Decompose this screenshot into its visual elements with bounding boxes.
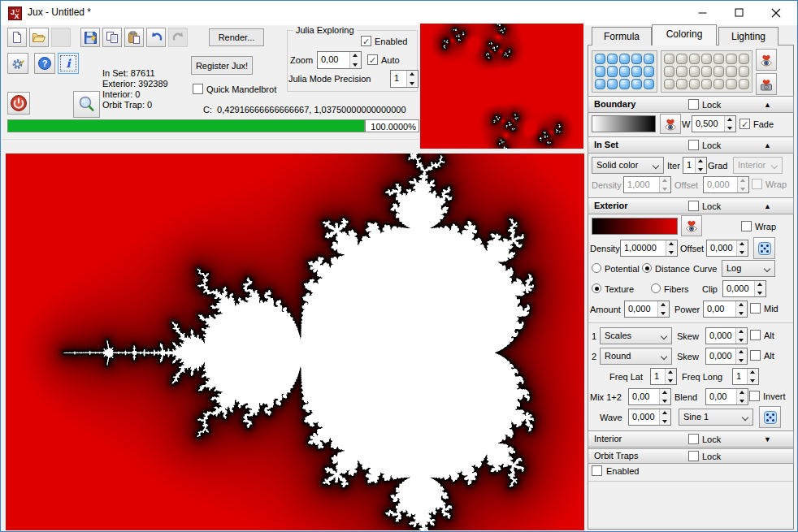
spin-buttons[interactable] (735, 328, 747, 344)
exterior-amount-value[interactable]: 0,000 (625, 301, 657, 317)
orbit-traps-enabled-checkbox[interactable] (592, 465, 602, 476)
collapse-arrow-icon[interactable]: ▲ (764, 141, 771, 150)
boundary-w-value[interactable]: 0,500 (692, 116, 724, 132)
boundary-gradient-edit-button[interactable] (660, 114, 681, 134)
exterior-offset-value[interactable]: 0,000 (707, 240, 736, 256)
texture1-alt-checkbox[interactable] (750, 330, 761, 340)
exterior-offset-spinner[interactable]: 0,000 (706, 240, 748, 257)
texture1-type-select[interactable]: Scales (600, 327, 672, 344)
freq-long-value[interactable]: 1 (733, 369, 747, 384)
spin-buttons[interactable] (659, 409, 670, 425)
about-button[interactable]: i (58, 53, 79, 74)
tab-lighting[interactable]: Lighting (718, 27, 778, 45)
boundary-w-spinner[interactable]: 0,500 (692, 115, 736, 132)
exterior-gradient-edit-button[interactable] (681, 215, 702, 236)
palette-button-gray[interactable] (739, 54, 749, 64)
palette-button-gray[interactable] (713, 66, 724, 76)
blend-spinner[interactable]: 0,00 (705, 388, 748, 405)
exterior-distance-radio[interactable] (642, 263, 652, 273)
options-button[interactable] (7, 53, 28, 74)
exterior-fibers-radio[interactable] (651, 283, 661, 293)
exterior-wrap-checkbox[interactable] (741, 221, 752, 231)
spin-buttons[interactable] (695, 158, 706, 173)
spin-buttons[interactable] (735, 301, 747, 317)
palette-button-gray[interactable] (739, 79, 749, 89)
texture-randomize-button[interactable] (759, 406, 781, 428)
minimize-button[interactable] (684, 1, 721, 24)
spin-buttons[interactable] (657, 301, 669, 317)
collapse-arrow-icon[interactable]: ▲ (764, 201, 771, 211)
close-button[interactable] (757, 1, 794, 24)
mandelbrot-canvas[interactable] (6, 154, 584, 530)
exterior-power-spinner[interactable]: 0,00 (703, 301, 748, 318)
exterior-gradient-strip[interactable] (592, 218, 678, 235)
palette-button-blue[interactable] (644, 66, 654, 76)
in-set-lock-checkbox[interactable] (688, 140, 699, 150)
exterior-mid-checkbox[interactable] (750, 303, 761, 314)
exterior-texture-radio[interactable] (592, 283, 601, 293)
palette-button-gray[interactable] (689, 79, 700, 89)
in-set-iter-spinner[interactable]: 1 (683, 157, 707, 174)
copy-button[interactable] (102, 28, 122, 47)
exterior-curve-select[interactable]: Log (722, 260, 775, 277)
spin-buttons[interactable] (724, 116, 735, 132)
blend-value[interactable]: 0,00 (706, 389, 736, 404)
redo-button[interactable] (168, 28, 188, 47)
spin-buttons[interactable] (659, 389, 670, 404)
section-header-orbit-traps[interactable]: Orbit Traps Lock (588, 448, 794, 464)
stop-render-button[interactable] (7, 92, 30, 115)
snapshot-favorite-button[interactable] (756, 73, 777, 95)
palette-button-blue[interactable] (595, 54, 605, 64)
palette-button-gray[interactable] (676, 66, 687, 76)
palette-button-blue[interactable] (631, 66, 642, 76)
in-set-mode-select[interactable]: Solid color (592, 157, 664, 174)
exterior-clip-spinner[interactable]: 0,000 (722, 280, 766, 297)
exterior-power-value[interactable]: 0,00 (704, 301, 735, 317)
expand-arrow-icon[interactable]: ▼ (764, 435, 771, 444)
spin-buttons[interactable] (736, 240, 748, 256)
texture2-skew-value[interactable]: 0,000 (706, 348, 735, 364)
boundary-lock-checkbox[interactable] (688, 99, 699, 110)
view-favorite-button[interactable] (756, 49, 777, 71)
palette-button-blue[interactable] (631, 79, 642, 89)
orbit-traps-lock-checkbox[interactable] (688, 451, 699, 461)
freq-long-spinner[interactable]: 1 (732, 368, 759, 385)
section-header-in-set[interactable]: In Set Lock ▲ (588, 136, 794, 154)
julia-zoom-value[interactable]: 0,00 (318, 52, 349, 68)
section-header-interior[interactable]: Interior Lock ▼ (588, 430, 794, 448)
palette-button-gray[interactable] (689, 54, 700, 64)
exterior-clip-value[interactable]: 0,000 (723, 281, 754, 296)
palette-button-gray[interactable] (739, 66, 749, 76)
palette-button-gray[interactable] (701, 79, 712, 89)
texture1-skew-spinner[interactable]: 0,000 (705, 327, 748, 344)
new-document-button[interactable] (7, 28, 27, 47)
palette-button-gray[interactable] (726, 66, 736, 76)
palette-button-blue[interactable] (595, 66, 605, 76)
section-header-boundary[interactable]: Boundary Lock ▲ (588, 96, 794, 113)
palette-button-gray[interactable] (726, 79, 736, 89)
tab-coloring[interactable]: Coloring (652, 24, 717, 45)
julia-enabled-checkbox[interactable]: ✓ (361, 36, 371, 46)
palette-button-gray[interactable] (701, 66, 712, 76)
palette-button-gray[interactable] (664, 79, 674, 89)
in-set-iter-value[interactable]: 1 (683, 158, 695, 173)
spin-buttons[interactable] (747, 369, 758, 384)
spin-buttons[interactable] (665, 369, 676, 384)
quick-mandelbrot-checkbox[interactable] (193, 84, 203, 94)
mix-spinner[interactable]: 0,00 (628, 388, 671, 405)
mix-value[interactable]: 0,00 (629, 389, 659, 404)
palette-button-blue[interactable] (644, 79, 654, 89)
undo-button[interactable] (146, 28, 166, 47)
invert-checkbox[interactable] (749, 391, 760, 401)
texture2-skew-spinner[interactable]: 0,000 (705, 348, 748, 365)
freq-lat-value[interactable]: 1 (651, 369, 665, 384)
exterior-density-value[interactable]: 1,00000 (621, 240, 666, 256)
freq-lat-spinner[interactable]: 1 (650, 368, 677, 385)
julia-auto-checkbox[interactable]: ✓ (367, 54, 378, 65)
palette-button-blue[interactable] (607, 79, 618, 89)
texture1-skew-value[interactable]: 0,000 (706, 328, 735, 344)
wave-spinner[interactable]: 0,000 (628, 409, 671, 426)
register-button[interactable]: Register Jux! (191, 56, 253, 75)
palette-button-blue[interactable] (644, 54, 654, 64)
spin-buttons[interactable] (406, 71, 418, 87)
